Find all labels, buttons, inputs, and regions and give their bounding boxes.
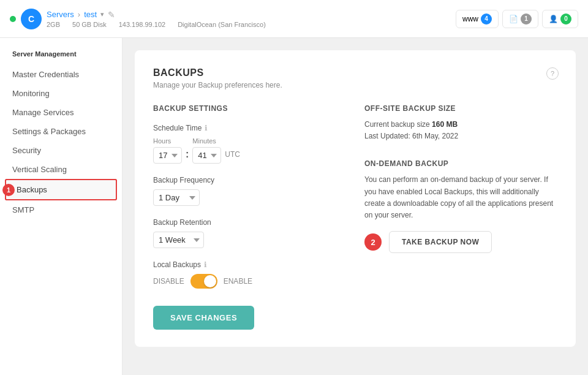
main-content: ? BACKUPS Manage your Backup preferences… bbox=[123, 38, 588, 375]
server-provider: DigitalOcean (San Francisco) bbox=[178, 21, 266, 28]
local-backups-label: Local Backups ℹ bbox=[153, 260, 346, 269]
toggle-thumb bbox=[204, 275, 216, 287]
files-button[interactable]: 📄 1 bbox=[502, 10, 538, 28]
hours-select[interactable]: 17 012 345 678 91011 121314 151618 19202… bbox=[153, 147, 182, 164]
topbar-left: C Servers › test ▾ ✎ 2GB 50 GB Disk 143.… bbox=[10, 9, 266, 29]
breadcrumb-servers[interactable]: Servers bbox=[47, 10, 74, 19]
server-disk: 50 GB Disk bbox=[72, 21, 107, 28]
left-panel: BACKUP SETTINGS Schedule Time ℹ Hours 17 bbox=[153, 104, 346, 330]
time-row: Hours 17 012 345 678 91011 121314 151618 bbox=[153, 137, 346, 164]
backup-btn-row: 2 TAKE BACKUP NOW bbox=[364, 231, 557, 253]
sidebar-item-backups[interactable]: Backups bbox=[5, 179, 117, 200]
offsite-title: OFF-SITE BACKUP SIZE bbox=[364, 104, 557, 113]
sidebar-item-monitoring[interactable]: Monitoring bbox=[0, 84, 122, 103]
backup-settings-heading: BACKUP SETTINGS bbox=[153, 104, 346, 113]
sidebar-item-backups-wrapper: 1 Backups bbox=[0, 179, 122, 200]
server-ip: 143.198.99.102 bbox=[119, 21, 165, 28]
topbar: C Servers › test ▾ ✎ 2GB 50 GB Disk 143.… bbox=[0, 0, 588, 38]
backups-annotation-badge: 1 bbox=[2, 184, 15, 196]
breadcrumb-area: Servers › test ▾ ✎ 2GB 50 GB Disk 143.19… bbox=[47, 10, 266, 28]
local-backups-info-icon[interactable]: ℹ bbox=[204, 260, 207, 269]
status-dot bbox=[10, 16, 16, 22]
ondemand-section: ON-DEMAND BACKUP You can perform an on-d… bbox=[364, 159, 557, 253]
time-colon: : bbox=[186, 149, 189, 160]
topbar-right: www 4 📄 1 👤 0 bbox=[456, 10, 578, 28]
offsite-size: 160 MB bbox=[432, 120, 458, 129]
sidebar: Server Management Master Credentials Mon… bbox=[0, 38, 123, 375]
user-icon: 👤 bbox=[549, 15, 558, 23]
retention-group: Backup Retention 1 Week 2 Weeks 1 Month bbox=[153, 218, 346, 248]
frequency-select[interactable]: 1 Day 2 Days 3 Days 1 Week bbox=[153, 189, 200, 206]
hours-group: Hours 17 012 345 678 91011 121314 151618 bbox=[153, 137, 182, 164]
breadcrumb-test[interactable]: test bbox=[84, 10, 97, 19]
minutes-group: Minutes 41 0510 152025 303540 455055 bbox=[192, 137, 221, 164]
schedule-time-group: Schedule Time ℹ Hours 17 012 345 678 bbox=[153, 124, 346, 164]
page-subtitle: Manage your Backup preferences here. bbox=[153, 81, 557, 89]
content-grid: BACKUP SETTINGS Schedule Time ℹ Hours 17 bbox=[153, 104, 557, 330]
right-panel: OFF-SITE BACKUP SIZE Current backup size… bbox=[364, 104, 557, 330]
sidebar-item-manage-services[interactable]: Manage Services bbox=[0, 103, 122, 122]
take-backup-button[interactable]: TAKE BACKUP NOW bbox=[389, 231, 492, 253]
breadcrumb-caret-icon[interactable]: ▾ bbox=[100, 10, 104, 18]
sidebar-item-settings-packages[interactable]: Settings & Packages bbox=[0, 122, 122, 141]
file-count: 1 bbox=[521, 13, 532, 25]
hours-sublabel: Hours bbox=[153, 137, 182, 145]
sidebar-item-smtp[interactable]: SMTP bbox=[0, 200, 122, 219]
sidebar-item-master-credentials[interactable]: Master Credentials bbox=[0, 65, 122, 84]
ondemand-text: You can perform an on-demand backup of y… bbox=[364, 174, 557, 221]
server-ram: 2GB bbox=[47, 21, 60, 28]
breadcrumb: Servers › test ▾ ✎ bbox=[47, 10, 266, 20]
enable-label: ENABLE bbox=[224, 277, 252, 286]
www-label: www bbox=[462, 15, 478, 23]
ondemand-annotation-badge: 2 bbox=[364, 233, 382, 251]
frequency-group: Backup Frequency 1 Day 2 Days 3 Days 1 W… bbox=[153, 176, 346, 206]
minutes-sublabel: Minutes bbox=[192, 137, 221, 145]
server-info: 2GB 50 GB Disk 143.198.99.102 DigitalOce… bbox=[47, 21, 266, 28]
user-count: 0 bbox=[560, 13, 571, 25]
ondemand-title: ON-DEMAND BACKUP bbox=[364, 159, 557, 168]
file-icon: 📄 bbox=[509, 15, 518, 23]
www-count: 4 bbox=[481, 13, 492, 25]
sidebar-section-title: Server Management bbox=[0, 50, 122, 65]
content-card: ? BACKUPS Manage your Backup preferences… bbox=[135, 50, 576, 347]
edit-icon[interactable]: ✎ bbox=[108, 10, 115, 20]
minutes-select[interactable]: 41 0510 152025 303540 455055 bbox=[192, 147, 221, 164]
utc-label: UTC bbox=[225, 150, 240, 159]
sidebar-item-vertical-scaling[interactable]: Vertical Scaling bbox=[0, 160, 122, 179]
save-changes-button[interactable]: SAVE CHANGES bbox=[153, 306, 254, 330]
breadcrumb-separator: › bbox=[78, 10, 80, 19]
offsite-section: OFF-SITE BACKUP SIZE Current backup size… bbox=[364, 104, 557, 142]
local-backups-toggle[interactable] bbox=[190, 274, 217, 289]
offsite-last-updated: Last Updated: 6th May, 2022 bbox=[364, 131, 557, 142]
frequency-label: Backup Frequency bbox=[153, 176, 346, 184]
local-backups-group: Local Backups ℹ DISABLE ENABLE bbox=[153, 260, 346, 289]
users-button[interactable]: 👤 0 bbox=[542, 10, 578, 28]
page-title: BACKUPS bbox=[153, 67, 557, 78]
disable-label: DISABLE bbox=[153, 277, 184, 286]
app-logo: C bbox=[21, 9, 42, 29]
retention-select[interactable]: 1 Week 2 Weeks 1 Month bbox=[153, 232, 204, 248]
help-icon[interactable]: ? bbox=[546, 67, 559, 80]
layout: Server Management Master Credentials Mon… bbox=[0, 38, 588, 375]
schedule-info-icon[interactable]: ℹ bbox=[205, 124, 208, 132]
retention-label: Backup Retention bbox=[153, 218, 346, 227]
sidebar-item-security[interactable]: Security bbox=[0, 141, 122, 160]
schedule-label: Schedule Time ℹ bbox=[153, 124, 346, 132]
local-backups-toggle-row: DISABLE ENABLE bbox=[153, 274, 346, 289]
www-button[interactable]: www 4 bbox=[456, 10, 499, 28]
offsite-text: Current backup size 160 MB bbox=[364, 119, 557, 131]
